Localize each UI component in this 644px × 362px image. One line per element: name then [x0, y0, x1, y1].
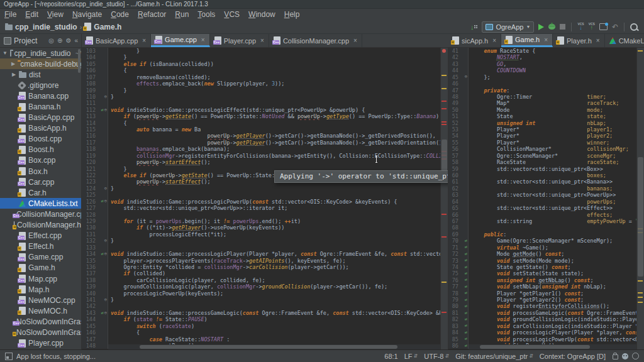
code-text[interactable]: void registerEntityforCollisions();	[469, 303, 609, 309]
code-text[interactable]: }	[108, 238, 114, 244]
code-line-110[interactable]: 110⊖}	[82, 94, 448, 100]
warning-stripe-mark[interactable]	[638, 297, 643, 298]
code-line-72[interactable]: 72⇄ Mode getMode() const;	[448, 251, 644, 257]
search-everywhere-icon[interactable]	[630, 23, 638, 31]
code-text[interactable]: case RaceState::NOSTART :	[108, 336, 230, 343]
code-text[interactable]: Map* raceTrack;	[469, 100, 619, 106]
goto-implementation-icon[interactable]: ⇄	[465, 252, 467, 256]
line-number[interactable]: 44	[448, 67, 461, 74]
line-number[interactable]: 127	[82, 205, 98, 211]
code-text[interactable]: State getState() const;	[469, 264, 571, 270]
line-number[interactable]: 58	[448, 159, 461, 165]
code-text[interactable]	[469, 224, 471, 231]
code-line-114[interactable]: 114 {	[82, 120, 448, 126]
notification-icon[interactable]	[632, 353, 639, 359]
line-number[interactable]: 43	[448, 61, 461, 67]
goto-implementation-icon[interactable]: ⇄	[465, 311, 467, 315]
code-text[interactable]: void indieStudio::Game::processGameLogic…	[108, 310, 448, 316]
tree-item-noslowdowningrass.cpp[interactable]: C++NoSlowDownInGrass.cpp	[0, 316, 81, 327]
code-line-64[interactable]: 64 powerUps;	[448, 199, 644, 205]
line-number[interactable]: 59	[448, 166, 461, 172]
code-line-127[interactable]: 127 std::vector<std::unique_ptr<PowerUp>…	[82, 205, 448, 211]
vcs-changes-icon[interactable]: ↓	[470, 24, 478, 30]
line-number[interactable]: 123	[82, 178, 98, 185]
code-line-104[interactable]: 104 }	[82, 54, 448, 60]
code-line-56[interactable]: 56 CollisionManager* collisionMgr;	[448, 146, 644, 152]
close-icon[interactable]: ×	[492, 37, 496, 44]
code-line-144[interactable]: 144 if (state != State::PAUSE)	[82, 316, 448, 322]
editor-tab-cmakelists.txt[interactable]: CMakeLists.txt×	[605, 34, 644, 47]
code-text[interactable]	[108, 244, 111, 251]
code-text[interactable]: Player *getPlayer1() const;	[469, 290, 584, 297]
code-line-60[interactable]: 60 boxes;	[448, 172, 644, 178]
run-configuration-select[interactable]: OgreApp ▼	[482, 21, 534, 33]
line-number[interactable]: 134	[82, 251, 98, 257]
code-line-68[interactable]: 68	[448, 224, 644, 231]
error-stripe-mark[interactable]	[441, 101, 447, 102]
tree-item-cmakelists.txt[interactable]: CMakeLists.txt	[0, 198, 81, 209]
code-line-125[interactable]: 125	[82, 192, 448, 198]
code-line-63[interactable]: 63 std::vector<std::unique_ptr<PowerUp>>	[448, 192, 644, 198]
line-number[interactable]: 49	[448, 100, 461, 106]
line-number[interactable]: 108	[82, 80, 98, 87]
line-number[interactable]: 138	[82, 277, 98, 283]
code-text[interactable]: void indieStudio::Game::processLogicEffe…	[108, 107, 365, 113]
error-stripe-mark[interactable]	[441, 124, 447, 125]
code-line-77[interactable]: 77⇄ void setNbLap(unsigned int nbLap);	[448, 283, 644, 290]
line-number[interactable]: 63	[448, 192, 461, 198]
code-line-134[interactable]: 134⇄⊖void indieStudio::Game::processLogi…	[82, 251, 448, 257]
line-number[interactable]: 128	[82, 212, 98, 218]
code-text[interactable]: std::vector<std::unique_ptr<Effect>>	[469, 205, 613, 211]
code-text[interactable]	[108, 303, 111, 309]
menu-edit[interactable]: Edit	[21, 10, 43, 19]
line-number[interactable]: 107	[82, 74, 98, 80]
line-number[interactable]: 67	[448, 218, 461, 224]
error-indicator-icon[interactable]	[442, 49, 446, 53]
warning-stripe-mark[interactable]	[638, 280, 643, 282]
code-text[interactable]: collisionMgr->registerEntityForCollision…	[108, 153, 448, 159]
code-line-73[interactable]: 73⇄ void setMode(Mode mode);	[448, 258, 644, 264]
code-text[interactable]: void setNbLap(unsigned int nbLap);	[469, 283, 606, 290]
line-number[interactable]: 73	[448, 258, 461, 264]
line-number[interactable]: 85	[448, 336, 461, 343]
tree-item-car.cpp[interactable]: C++Car.cpp	[0, 177, 81, 187]
code-text[interactable]: std::vector<std::unique_ptr<PowerUp>>::i…	[108, 205, 287, 211]
line-number[interactable]: 104	[82, 54, 98, 60]
code-line-50[interactable]: 50 Mode mode;	[448, 107, 644, 113]
error-stripe-mark[interactable]	[441, 108, 447, 109]
code-text[interactable]: Player* player2;	[469, 133, 613, 139]
line-number[interactable]: 115	[82, 126, 98, 133]
line-number[interactable]: 139	[82, 283, 98, 290]
code-line-75[interactable]: 75⇄ void setState(State state);	[448, 270, 644, 277]
status-widget[interactable]: LF⇵	[401, 353, 421, 360]
tree-item-effect.cpp[interactable]: C++Effect.cpp	[0, 231, 81, 241]
line-number[interactable]: 119	[82, 153, 98, 159]
code-text[interactable]: processLogicPowerUp(keyEvents);	[108, 290, 223, 297]
line-number[interactable]: 106	[82, 67, 98, 74]
code-line-141[interactable]: 141⊖}	[82, 297, 448, 303]
code-text[interactable]: Ogre::SceneManager* sceneMgr;	[469, 153, 616, 159]
goto-implementation-icon[interactable]: ⇄	[465, 239, 467, 243]
code-line-109[interactable]: 109 }	[82, 87, 448, 94]
fold-region-icon[interactable]: ⊖	[104, 252, 107, 256]
fold-region-icon[interactable]: ⊖	[465, 75, 467, 79]
line-number[interactable]: 145	[82, 323, 98, 329]
code-text[interactable]: removeBanana(collided);	[108, 74, 211, 80]
code-text[interactable]: auto banana = new Ba	[108, 126, 201, 133]
line-number[interactable]: 133	[82, 244, 98, 251]
editor-left-game-cpp[interactable]: 103 }104 }105 else if (isBanana(collided…	[82, 48, 448, 349]
code-text[interactable]: Player* player1;	[469, 126, 613, 133]
code-text[interactable]: void processLogicPlayer(Player *player, …	[469, 329, 644, 336]
code-line-59[interactable]: 59 std::vector<std::unique_ptr<Box>>	[448, 166, 644, 172]
code-line-62[interactable]: 62 bananas;	[448, 185, 644, 192]
code-text[interactable]: Ogre::Timer timer;	[469, 94, 606, 100]
line-number[interactable]: 109	[82, 87, 98, 94]
line-number[interactable]: 117	[82, 140, 98, 146]
line-number[interactable]: 135	[82, 258, 98, 264]
code-line-46[interactable]: 46	[448, 80, 644, 87]
code-text[interactable]	[469, 80, 471, 87]
code-text[interactable]: boxes;	[469, 172, 606, 178]
code-text[interactable]: Mode getMode() const;	[469, 251, 564, 257]
line-number[interactable]: 42	[448, 54, 461, 60]
status-widget[interactable]: 68:1	[381, 353, 401, 360]
